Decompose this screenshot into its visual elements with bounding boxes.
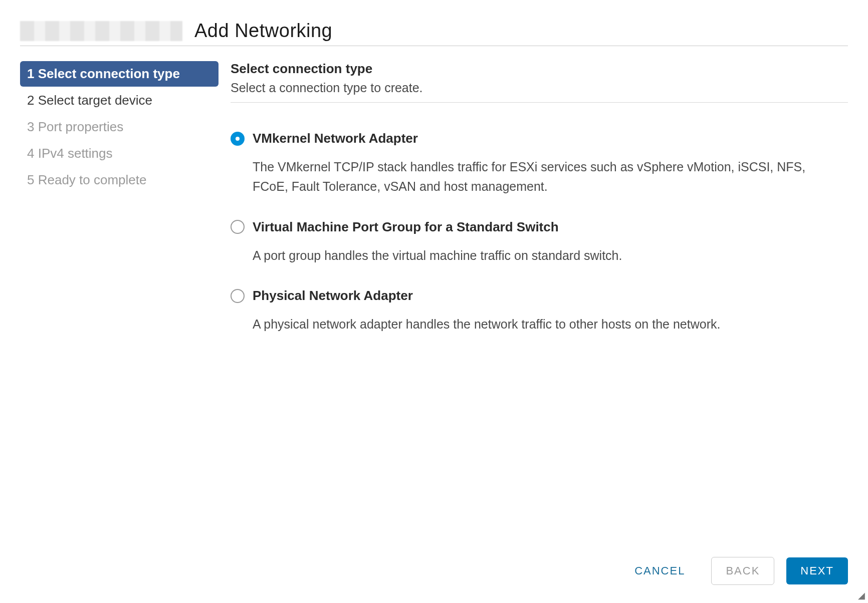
step-label: 4 IPv4 settings — [27, 146, 113, 161]
wizard-container: Add Networking 1 Select connection type … — [0, 0, 868, 603]
page-title: Add Networking — [194, 20, 332, 42]
step-label: 2 Select target device — [27, 93, 152, 108]
wizard-header: Add Networking — [20, 20, 848, 46]
radio-unselected-icon[interactable] — [231, 289, 245, 303]
option-description: A port group handles the virtual machine… — [253, 246, 814, 265]
option-description: A physical network adapter handles the n… — [253, 315, 814, 334]
step-label: 5 Ready to complete — [27, 172, 146, 187]
step-nav: 1 Select connection type 2 Select target… — [20, 58, 231, 603]
option-description: The VMkernel TCP/IP stack handles traffi… — [253, 157, 814, 196]
radio-unselected-icon[interactable] — [231, 220, 245, 234]
back-button: BACK — [711, 557, 774, 585]
step-select-target-device[interactable]: 2 Select target device — [20, 88, 219, 113]
option-row[interactable]: Virtual Machine Port Group for a Standar… — [231, 219, 848, 235]
step-ready-to-complete: 5 Ready to complete — [20, 167, 219, 193]
cancel-button[interactable]: CANCEL — [620, 557, 699, 584]
radio-dot-icon — [236, 137, 240, 141]
wizard-body: 1 Select connection type 2 Select target… — [20, 58, 848, 603]
step-ipv4-settings: 4 IPv4 settings — [20, 141, 219, 166]
option-physical-adapter: Physical Network Adapter A physical netw… — [231, 288, 848, 334]
step-port-properties: 3 Port properties — [20, 114, 219, 140]
resize-handle-icon[interactable]: ◢ — [858, 591, 865, 600]
option-label: Virtual Machine Port Group for a Standar… — [253, 219, 559, 235]
step-label: 1 Select connection type — [27, 66, 180, 81]
content-pane: Select connection type Select a connecti… — [231, 58, 848, 603]
option-label: Physical Network Adapter — [253, 288, 413, 304]
content-subheading: Select a connection type to create. — [231, 81, 848, 103]
option-row[interactable]: Physical Network Adapter — [231, 288, 848, 304]
radio-selected-icon[interactable] — [231, 132, 245, 146]
next-button[interactable]: NEXT — [786, 557, 848, 584]
option-vmkernel: VMkernel Network Adapter The VMkernel TC… — [231, 131, 848, 196]
option-vm-port-group: Virtual Machine Port Group for a Standar… — [231, 219, 848, 265]
content-heading: Select connection type — [231, 61, 848, 77]
option-row[interactable]: VMkernel Network Adapter — [231, 131, 848, 146]
hostname-redacted — [20, 21, 182, 41]
option-label: VMkernel Network Adapter — [253, 131, 418, 146]
step-select-connection-type[interactable]: 1 Select connection type — [20, 61, 219, 87]
wizard-footer: CANCEL BACK NEXT — [620, 557, 848, 585]
step-label: 3 Port properties — [27, 119, 123, 134]
